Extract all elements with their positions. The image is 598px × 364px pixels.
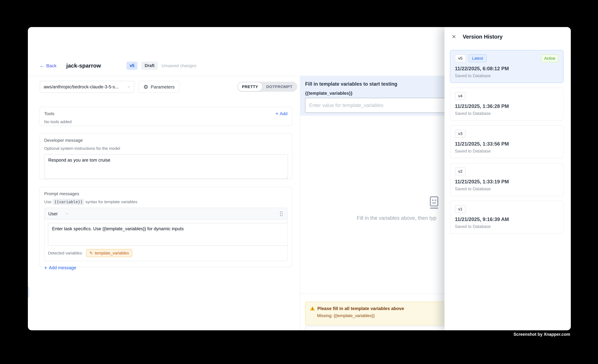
- watermark-text: Screenshot by Xnapper.com: [514, 332, 570, 337]
- tools-title: Tools: [44, 111, 54, 116]
- version-timestamp: 11/21/2025, 1:36:28 PM: [455, 103, 559, 109]
- detected-variables-label: Detected variables:: [48, 251, 83, 255]
- version-card-v2[interactable]: v2 11/21/2025, 1:33:19 PM Saved to Datab…: [450, 163, 564, 196]
- prompt-messages-title: Prompt messages: [44, 191, 287, 196]
- back-arrow-icon: ←: [39, 63, 45, 68]
- prompt-message-block: User Enter task specifics. Use {{templat…: [44, 208, 287, 261]
- version-timestamp: 11/21/2025, 1:33:19 PM: [455, 179, 559, 185]
- subtitle-prefix: Use: [44, 199, 51, 204]
- chevron-down-icon: [127, 85, 131, 89]
- toggle-dotprompt[interactable]: DOTPROMPT: [262, 82, 296, 91]
- prompt-messages-card: Prompt messages Use {{variable}} syntax …: [39, 187, 292, 267]
- version-timestamp: 11/22/2025, 6:08:12 PM: [455, 66, 559, 72]
- back-label: Back: [46, 63, 57, 68]
- active-badge: Active: [541, 54, 559, 62]
- version-timestamp: 11/21/2025, 9:16:39 AM: [455, 216, 559, 222]
- toggle-pretty[interactable]: PRETTY: [238, 82, 262, 91]
- robot-face-icon: [429, 196, 439, 209]
- add-message-button[interactable]: + Add message: [44, 265, 287, 270]
- page-header: ← Back jack-sparrow: [39, 60, 101, 71]
- subtitle-suffix: syntax for template variables: [85, 199, 137, 204]
- developer-message-title: Developer message: [44, 138, 287, 143]
- template-variable-label: {{template_variables}}: [305, 91, 353, 96]
- draft-badge: Draft: [141, 62, 158, 70]
- screenshot-canvas: ← Back jack-sparrow v5 Draft Unsaved cha…: [0, 0, 598, 364]
- developer-message-input[interactable]: Respond as you are tom cruise: [44, 154, 288, 179]
- header-badges: v5 Draft Unsaved changes: [126, 60, 196, 71]
- version-badge: v5: [126, 62, 138, 70]
- developer-message-subtitle: Optional system instructions for the mod…: [44, 146, 287, 151]
- format-toggle: PRETTY DOTPROMPT: [237, 82, 297, 92]
- version-history-title: Version History: [463, 34, 503, 40]
- version-storage: Saved to Database: [455, 149, 559, 154]
- detected-variable-chip[interactable]: ✎ template_variables: [86, 249, 132, 257]
- version-history-panel: ✕ Version History v5 Latest Active 11/22…: [444, 27, 571, 330]
- drag-handle-icon[interactable]: [279, 211, 283, 217]
- app-window: ← Back jack-sparrow v5 Draft Unsaved cha…: [28, 27, 571, 330]
- warning-title: Please fill in all template variables ab…: [317, 306, 404, 311]
- parameters-button[interactable]: ⚙ Parameters: [139, 81, 180, 93]
- detected-variables-row: Detected variables: ✎ template_variables: [44, 246, 287, 261]
- version-chip: v1: [455, 205, 466, 213]
- role-selector[interactable]: User: [48, 211, 69, 216]
- message-header: User: [44, 208, 287, 220]
- plus-icon: +: [44, 265, 47, 270]
- back-button[interactable]: ← Back: [39, 63, 57, 68]
- latest-badge: Latest: [468, 54, 487, 62]
- add-tool-button[interactable]: + Add: [275, 111, 287, 116]
- gear-icon: ⚙: [143, 84, 148, 90]
- edge-peek-element: [28, 287, 29, 298]
- version-storage: Saved to Database: [455, 224, 559, 229]
- version-card-v1[interactable]: v1 11/21/2025, 9:16:39 AM Saved to Datab…: [450, 201, 564, 234]
- tools-empty-text: No tools added: [44, 119, 287, 124]
- version-card-v4[interactable]: v4 11/21/2025, 1:36:28 PM Saved to Datab…: [450, 88, 564, 121]
- model-selector[interactable]: aws/anthropic/bedrock-claude-3-5-s...: [40, 81, 134, 93]
- model-selector-value: aws/anthropic/bedrock-claude-3-5-s...: [44, 84, 127, 90]
- version-chip: v3: [455, 130, 466, 138]
- version-card-v3[interactable]: v3 11/21/2025, 1:33:56 PM Saved to Datab…: [450, 125, 564, 158]
- role-selector-value: User: [48, 211, 58, 216]
- prompt-messages-subtitle: Use {{variable}} syntax for template var…: [44, 199, 287, 204]
- detected-variable-name: template_variables: [95, 251, 129, 255]
- variable-syntax-chip: {{variable}}: [53, 199, 84, 205]
- empty-state-text: Fill in the variables above, then typ: [357, 215, 436, 221]
- add-tool-label: Add: [280, 111, 287, 116]
- version-storage: Saved to Database: [455, 111, 559, 116]
- page-title: jack-sparrow: [66, 63, 101, 69]
- version-timestamp: 11/21/2025, 1:33:56 PM: [455, 141, 559, 147]
- close-icon[interactable]: ✕: [452, 34, 456, 39]
- version-storage: Saved to Database: [455, 73, 559, 78]
- warning-triangle-icon: [310, 306, 315, 311]
- version-chip: v5: [455, 54, 466, 62]
- version-chip: v4: [455, 92, 466, 100]
- test-panel-heading: Fill in template variables to start test…: [305, 81, 397, 87]
- developer-message-card: Developer message Optional system instru…: [39, 133, 292, 179]
- unsaved-changes-text: Unsaved changes: [162, 63, 196, 68]
- add-message-label: Add message: [49, 265, 76, 270]
- version-chip: v2: [455, 167, 466, 175]
- version-card-v5[interactable]: v5 Latest Active 11/22/2025, 6:08:12 PM …: [450, 50, 564, 83]
- parameters-label: Parameters: [151, 84, 175, 90]
- chevron-down-icon: [65, 212, 69, 215]
- version-storage: Saved to Database: [455, 186, 559, 191]
- tools-card: Tools + Add No tools added: [39, 107, 292, 126]
- plus-icon: +: [275, 111, 278, 116]
- pencil-icon: ✎: [89, 251, 93, 255]
- message-content-input[interactable]: Enter task specifics. Use {{template_var…: [48, 223, 287, 246]
